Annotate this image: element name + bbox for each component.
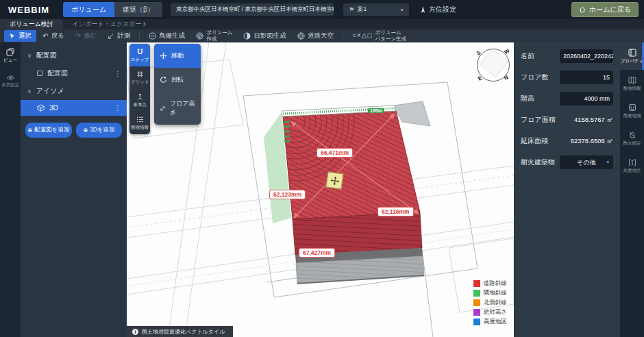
layout-sheet-icon xyxy=(37,71,42,76)
rail-tab-view[interactable]: ビュー xyxy=(3,48,17,64)
floor-area-label: フロア面積 xyxy=(521,115,556,125)
birdseye-icon xyxy=(149,32,156,40)
pattern-shapes-icon: ○×△□ xyxy=(352,32,373,40)
tree-group-isome[interactable]: ∨ アイソメ xyxy=(21,82,127,100)
mode-building-button[interactable]: 建築（β） xyxy=(114,2,162,17)
magnet-icon xyxy=(136,48,144,55)
rail-tab-display-settings[interactable]: 表示設定 xyxy=(1,75,19,88)
tree-group-layout[interactable]: ∨ 配置図 xyxy=(21,47,127,64)
floor-height-input[interactable]: 4000 mm xyxy=(560,92,613,105)
add-3d-label: 3Dを追加 xyxy=(90,126,115,134)
floor-area-value: 4158.5767 ㎡ xyxy=(574,116,613,125)
volume-pattern-button[interactable]: ○×△□ ボリューム パターン生成 xyxy=(347,29,411,43)
road-sky-label: 道路天空 xyxy=(308,32,334,40)
rail-fire-label: 防火指定 xyxy=(623,140,641,147)
birdseye-button[interactable]: 鳥瞰生成 xyxy=(144,30,190,42)
legend-label: 絶対高さ xyxy=(484,308,507,316)
kebab-menu-icon[interactable]: ⋮ xyxy=(114,70,121,77)
pattern-label-2: パターン生成 xyxy=(375,36,407,42)
home-button-label: ホームに戻る xyxy=(589,5,631,14)
info-icon: i xyxy=(132,329,138,335)
home-button[interactable]: ホームに戻る xyxy=(571,2,639,17)
menu-floor-height-label: フロア高さ xyxy=(170,99,195,117)
compass-setting-label: 方位設定 xyxy=(429,5,456,14)
plan-dropdown[interactable]: ⚑ 案1 ▾ xyxy=(343,3,409,16)
properties-panel: 名前 20260402_220242_ボ フロア数 15 階高 4000 mm … xyxy=(514,42,620,337)
kebab-menu-icon[interactable]: ⋮ xyxy=(114,104,121,112)
diagonal-resize-icon xyxy=(160,105,166,112)
chevron-down-icon: ▾ xyxy=(606,160,609,165)
mode-volume-button[interactable]: ボリューム xyxy=(63,2,114,17)
flag-icon: ⚑ xyxy=(349,6,354,13)
snap-label: スナップ xyxy=(131,57,149,63)
menu-rotate[interactable]: 回転 xyxy=(154,68,201,92)
right-rail: プロパティ 敷地情報 用途地域 防火指定 高度地区 xyxy=(620,42,644,337)
tree-item-3d[interactable]: 3D ⋮ xyxy=(21,100,127,116)
compass-n: N xyxy=(503,74,510,82)
rail-tab-zoning[interactable]: 用途地域 xyxy=(620,97,644,125)
chevron-down-icon: ∨ xyxy=(27,88,32,95)
legend-swatch xyxy=(473,290,480,297)
add-layout-button[interactable]: ⊕ 配置図を追加 xyxy=(25,123,72,138)
tree-item-3d-label: 3D xyxy=(49,104,58,112)
measurement-label-left: 62,123mm xyxy=(269,190,306,199)
rail-view-label: ビュー xyxy=(3,58,17,64)
legend-row: 隣地斜線 xyxy=(473,289,507,297)
view-tree-panel: ∨ 配置図 配置図 ⋮ ∨ アイソメ 3D ⋮ ⊕ 配置図を追加 xyxy=(21,42,127,337)
rail-tab-fire-prevention[interactable]: 防火指定 xyxy=(620,125,644,152)
tab-volume-study[interactable]: ボリューム検討 xyxy=(0,19,63,29)
measure-button[interactable]: 計測 xyxy=(103,30,135,42)
tab-import-export[interactable]: インポート・エクスポート xyxy=(63,19,158,29)
ruler-end-label: 195m xyxy=(368,108,384,113)
measurement-label-bottom: 67,427mm xyxy=(299,248,335,258)
menu-move[interactable]: 移動 xyxy=(154,44,201,68)
rail-tab-properties[interactable]: プロパティ xyxy=(620,42,644,70)
undo-label: 戻る xyxy=(51,32,64,40)
rail-tab-height-district[interactable]: 高度地区 xyxy=(620,152,644,179)
menu-floor-height[interactable]: フロア高さ xyxy=(154,92,201,125)
legend-row: 絶対高さ xyxy=(473,308,507,316)
layers-icon xyxy=(6,48,14,56)
left-rail: ビュー 表示設定 xyxy=(0,42,21,337)
redo-icon: ↷ xyxy=(75,32,81,40)
volume-create-label-2: 作成 xyxy=(206,36,216,42)
slope-legend: 道路斜線 隣地斜線 北側斜線 絶対高さ 高度地区 xyxy=(473,279,507,326)
floors-input[interactable]: 15 xyxy=(560,71,613,84)
webbim-app: WEBBIM ボリューム 建築（β） 東京都中央区日本橋室町 / 東京都中央区日… xyxy=(0,0,644,337)
area-info-button[interactable]: 面積情報 xyxy=(129,112,150,134)
shadow-icon xyxy=(243,32,251,40)
datum-node-icon xyxy=(136,93,144,101)
add-3d-button[interactable]: ⊕ 3Dを追加 xyxy=(76,123,123,138)
menu-move-label: 移動 xyxy=(171,51,184,60)
name-label: 名前 xyxy=(521,51,534,61)
fireproof-select[interactable]: その他 ▾ xyxy=(560,155,613,169)
snap-toolbar: スナップ グリッド 基準点 面積情報 xyxy=(129,44,150,134)
legend-swatch xyxy=(473,280,480,287)
height-brackets-icon xyxy=(628,158,636,166)
snap-button[interactable]: スナップ xyxy=(129,44,150,66)
map-canvas[interactable]: スナップ グリッド 基準点 面積情報 移動 xyxy=(127,42,514,337)
datum-label: 基準点 xyxy=(133,102,147,108)
tree-item-layout[interactable]: 配置図 ⋮ xyxy=(21,64,127,82)
datum-point-button[interactable]: 基準点 xyxy=(129,89,150,112)
view-cube-compass[interactable]: S W E N xyxy=(473,45,513,85)
road-sky-button[interactable]: 道路天空 xyxy=(293,30,338,42)
name-input[interactable]: 20260402_220242_ボ xyxy=(560,49,613,63)
cursor-icon xyxy=(9,33,16,40)
volume-create-icon xyxy=(196,32,203,40)
volume-create-button[interactable]: ボリューム 作成 xyxy=(191,29,237,43)
measure-icon xyxy=(108,33,114,40)
cube-icon xyxy=(37,104,45,112)
redo-button[interactable]: ↷ 進む xyxy=(71,30,102,42)
grid-button[interactable]: グリッド xyxy=(129,66,150,89)
address-dropdown[interactable]: 東京都中央区日本橋室町 / 東京都中央区日本橋室町日本橋室町３丁目 ∨ xyxy=(171,3,334,16)
undo-button[interactable]: ↶ 戻る xyxy=(38,30,69,42)
fireproof-label: 耐火建築物 xyxy=(521,158,555,167)
select-tool-button[interactable]: 選択 xyxy=(4,30,36,42)
tree-group-isome-label: アイソメ xyxy=(36,86,64,96)
rail-tab-site-info[interactable]: 敷地情報 xyxy=(620,70,644,97)
add-layout-label: 配置図を追加 xyxy=(34,126,69,134)
compass-setting-button[interactable]: 方位設定 xyxy=(420,5,456,14)
shadow-diagram-button[interactable]: 日影図生成 xyxy=(238,30,291,42)
move-gizmo[interactable] xyxy=(326,172,344,190)
